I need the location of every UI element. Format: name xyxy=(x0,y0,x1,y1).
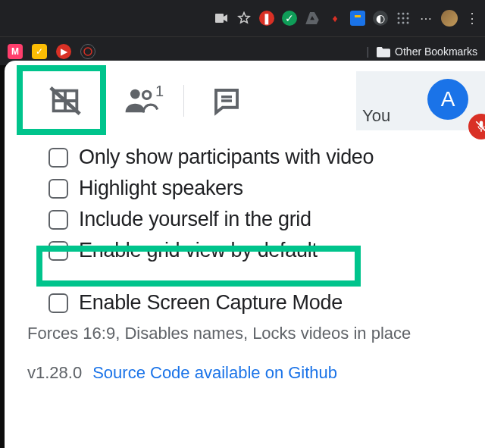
svg-point-5 xyxy=(407,13,409,15)
svg-point-15 xyxy=(143,91,151,99)
chat-button[interactable] xyxy=(189,78,264,124)
svg-point-10 xyxy=(402,22,405,24)
option-enable-default[interactable]: Enable grid view by default xyxy=(48,239,468,262)
ext-icon-4[interactable] xyxy=(350,11,365,26)
option-label: Include yourself in the grid xyxy=(79,208,311,231)
other-bookmarks-button[interactable]: | Other Bookmarks xyxy=(366,45,477,58)
bookmark-icon-1[interactable]: M xyxy=(8,44,23,59)
option-only-video[interactable]: Only show participants with video xyxy=(48,146,468,169)
svg-rect-0 xyxy=(215,14,224,23)
version-label: v1.28.0 xyxy=(27,363,82,383)
bookmark-icon-4[interactable] xyxy=(80,44,95,59)
panel-footer: v1.28.0 Source Code available on Github xyxy=(27,363,468,383)
bookmark-icon-3[interactable]: ▶ xyxy=(56,44,71,59)
option-label: Enable grid view by default xyxy=(79,239,318,262)
people-button[interactable]: 1 xyxy=(103,78,179,124)
source-link[interactable]: Source Code available on Github xyxy=(92,363,337,383)
folder-icon xyxy=(377,45,390,58)
people-count: 1 xyxy=(155,83,164,100)
option-label: Enable Screen Capture Mode xyxy=(79,291,343,315)
checkbox[interactable] xyxy=(48,241,68,261)
option-screen-capture[interactable]: Enable Screen Capture Mode xyxy=(48,291,468,315)
options-list: Only show participants with video Highli… xyxy=(5,130,485,383)
svg-point-7 xyxy=(402,17,405,20)
ext-icon-1[interactable]: ❚ xyxy=(259,11,274,26)
panel-toolbar: 1 You A xyxy=(5,71,485,130)
video-icon[interactable] xyxy=(214,11,229,26)
ext-icon-2[interactable]: ✓ xyxy=(282,11,297,26)
svg-point-11 xyxy=(407,22,409,24)
drive-icon[interactable] xyxy=(305,11,320,26)
screen-capture-help: Forces 16:9, Disables names, Locks video… xyxy=(27,322,468,343)
svg-rect-2 xyxy=(355,15,361,17)
browser-toolbar: ❚ ✓ ♦ ◐ ⋯ ⋮ xyxy=(0,0,485,36)
self-avatar: A xyxy=(427,79,468,120)
svg-rect-18 xyxy=(480,130,482,132)
other-bookmarks-label: Other Bookmarks xyxy=(395,45,477,58)
checkbox[interactable] xyxy=(48,293,68,313)
svg-point-4 xyxy=(402,13,405,15)
extension-panel: 1 You A Only show participants with vide… xyxy=(5,61,485,448)
grid-off-button[interactable] xyxy=(27,78,103,124)
avatar-initial: A xyxy=(441,87,455,111)
svg-point-6 xyxy=(398,17,400,20)
option-include-self[interactable]: Include yourself in the grid xyxy=(48,208,468,231)
self-tile[interactable]: You A xyxy=(356,71,485,130)
checkbox[interactable] xyxy=(48,179,68,199)
checkbox[interactable] xyxy=(48,148,68,168)
checkbox[interactable] xyxy=(48,210,68,230)
star-icon[interactable] xyxy=(236,11,252,26)
option-highlight-speakers[interactable]: Highlight speakers xyxy=(48,177,468,200)
svg-point-9 xyxy=(398,22,400,24)
option-label: Only show participants with video xyxy=(79,146,374,169)
self-label: You xyxy=(362,106,390,126)
ext-icon-3[interactable]: ♦ xyxy=(327,11,343,26)
chrome-menu-icon[interactable]: ⋮ xyxy=(465,10,479,27)
toolbar-separator xyxy=(183,85,184,117)
svg-point-14 xyxy=(130,89,140,99)
option-label: Highlight speakers xyxy=(79,177,243,200)
svg-rect-1 xyxy=(353,14,362,23)
profile-avatar[interactable] xyxy=(441,10,458,27)
svg-point-3 xyxy=(398,13,400,15)
svg-point-12 xyxy=(84,48,92,55)
svg-point-8 xyxy=(407,17,409,20)
bookmark-icon-2[interactable]: ✓ xyxy=(32,44,47,59)
ext-icon-5[interactable]: ◐ xyxy=(373,11,388,26)
apps-grid-icon[interactable] xyxy=(396,11,411,26)
ext-icon-6[interactable]: ⋯ xyxy=(418,11,433,26)
